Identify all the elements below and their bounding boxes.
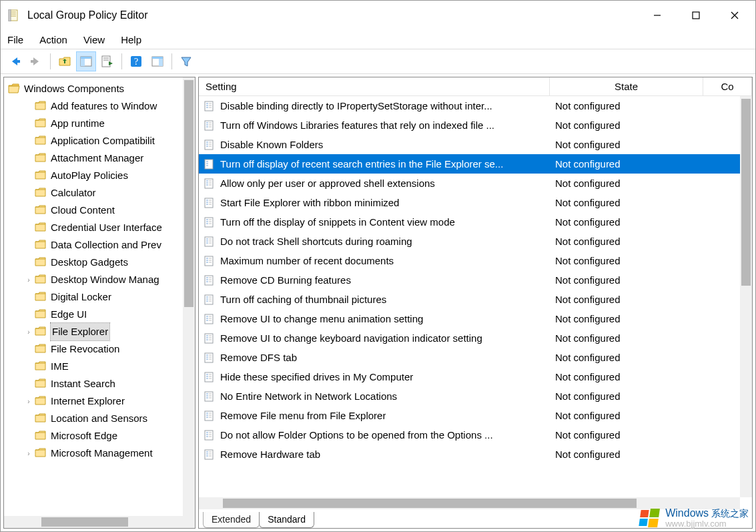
setting-row[interactable]: Disable Known FoldersNot configured xyxy=(199,135,752,154)
policy-icon xyxy=(204,256,215,266)
folder-icon xyxy=(35,309,47,320)
folder-icon xyxy=(35,136,47,146)
setting-name: Disable Known Folders xyxy=(220,139,323,150)
svg-rect-89 xyxy=(205,295,213,304)
setting-state: Not configured xyxy=(550,216,703,228)
menu-file[interactable]: File xyxy=(7,34,23,45)
minimize-button[interactable] xyxy=(638,2,677,29)
setting-row[interactable]: No Entire Network in Network LocationsNo… xyxy=(199,386,752,406)
maximize-button[interactable] xyxy=(677,2,715,29)
tree-node-label: Application Compatibilit xyxy=(51,132,155,150)
tree-node[interactable]: Calculator xyxy=(23,184,195,202)
setting-row[interactable]: Start File Explorer with ribbon minimize… xyxy=(199,193,752,212)
folder-icon xyxy=(35,396,47,407)
tree-node[interactable]: Add features to Window xyxy=(23,97,195,115)
setting-state: Not configured xyxy=(550,197,703,208)
column-comment[interactable]: Co xyxy=(703,77,752,95)
setting-row[interactable]: Allow only per user or approved shell ex… xyxy=(199,174,752,193)
tree-horizontal-scrollbar[interactable] xyxy=(4,516,195,528)
tree-node[interactable]: Desktop Gadgets xyxy=(23,254,195,271)
setting-row[interactable]: Remove DFS tabNot configured xyxy=(199,348,752,367)
tree-node[interactable]: IME xyxy=(23,358,195,375)
filter-button[interactable] xyxy=(176,51,196,71)
column-state[interactable]: State xyxy=(550,77,703,95)
tree-vertical-scrollbar[interactable] xyxy=(183,77,195,516)
policy-icon xyxy=(204,101,215,111)
tab-standard[interactable]: Standard xyxy=(259,512,314,528)
tree-node[interactable]: Application Compatibilit xyxy=(23,132,195,150)
tab-extended[interactable]: Extended xyxy=(203,512,260,528)
menu-help[interactable]: Help xyxy=(121,34,141,45)
folder-icon xyxy=(35,222,47,233)
setting-state: Not configured xyxy=(550,449,703,460)
tree-node[interactable]: Digital Locker xyxy=(23,288,195,306)
setting-row[interactable]: Maximum number of recent documentsNot co… xyxy=(199,251,752,270)
tree-node[interactable]: Cloud Content xyxy=(23,202,195,219)
export-list-button[interactable] xyxy=(97,51,117,71)
setting-row[interactable]: Do not track Shell shortcuts during roam… xyxy=(199,232,752,251)
svg-rect-75 xyxy=(205,256,213,266)
setting-state: Not configured xyxy=(550,294,703,305)
settings-list[interactable]: Disable binding directly to IPropertySet… xyxy=(199,96,752,509)
console-tree-pane: Windows Components Add features to Windo… xyxy=(3,77,196,529)
tree-node[interactable]: Attachment Manager xyxy=(23,150,195,167)
tree-node[interactable]: Location and Sensors xyxy=(23,410,195,427)
setting-name: Hide these specified drives in My Comput… xyxy=(220,371,413,382)
setting-row[interactable]: Turn off caching of thumbnail picturesNo… xyxy=(199,290,752,309)
setting-state: Not configured xyxy=(550,139,703,150)
tree-node[interactable]: Credential User Interface xyxy=(23,219,195,236)
setting-row[interactable]: Disable binding directly to IPropertySet… xyxy=(199,96,752,115)
setting-row[interactable]: Hide these specified drives in My Comput… xyxy=(199,367,752,386)
chevron-right-icon[interactable]: › xyxy=(23,396,35,407)
tree-node[interactable]: Microsoft Edge xyxy=(23,427,195,445)
setting-row[interactable]: Remove File menu from File ExplorerNot c… xyxy=(199,406,752,425)
folder-icon xyxy=(35,413,47,424)
setting-name: Do not allow Folder Options to be opened… xyxy=(220,429,493,441)
tree-node[interactable]: File Revocation xyxy=(23,340,195,358)
setting-state: Not configured xyxy=(550,313,703,324)
column-setting[interactable]: Setting xyxy=(199,77,550,95)
setting-row[interactable]: Remove CD Burning featuresNot configured xyxy=(199,270,752,290)
content-area: Windows Components Add features to Windo… xyxy=(1,74,755,531)
policy-icon xyxy=(204,333,215,344)
setting-row[interactable]: Do not allow Folder Options to be opened… xyxy=(199,425,752,445)
list-vertical-scrollbar[interactable] xyxy=(740,96,752,497)
forward-button[interactable] xyxy=(26,51,46,71)
svg-rect-131 xyxy=(205,411,213,421)
menu-view[interactable]: View xyxy=(83,34,105,45)
tree-node[interactable]: ›File Explorer xyxy=(23,323,195,340)
tree-node[interactable]: Data Collection and Prev xyxy=(23,236,195,254)
tree-node[interactable]: AutoPlay Policies xyxy=(23,167,195,184)
setting-row[interactable]: Turn off the display of snippets in Cont… xyxy=(199,212,752,232)
tree-node[interactable]: ›Microsoft Management xyxy=(23,445,195,462)
show-hide-action-pane-button[interactable] xyxy=(147,51,167,71)
svg-rect-43 xyxy=(205,160,213,169)
console-tree[interactable]: Windows Components Add features to Windo… xyxy=(4,77,195,516)
menubar: File Action View Help xyxy=(1,30,755,49)
help-button[interactable]: ? xyxy=(126,51,146,71)
chevron-right-icon[interactable]: › xyxy=(23,326,35,338)
setting-row[interactable]: Remove UI to change menu animation setti… xyxy=(199,309,752,328)
close-button[interactable] xyxy=(715,2,754,29)
svg-rect-22 xyxy=(205,101,213,111)
up-one-level-button[interactable] xyxy=(55,51,75,71)
tree-node[interactable]: ›Desktop Window Manag xyxy=(23,271,195,288)
tree-node-root[interactable]: Windows Components xyxy=(4,80,195,97)
policy-icon xyxy=(204,178,215,189)
folder-icon xyxy=(35,153,47,164)
chevron-right-icon[interactable]: › xyxy=(23,274,35,286)
setting-row[interactable]: Turn off display of recent search entrie… xyxy=(199,154,752,174)
chevron-right-icon[interactable]: › xyxy=(23,448,35,459)
tree-node[interactable]: Edge UI xyxy=(23,306,195,323)
setting-row[interactable]: Remove UI to change keyboard navigation … xyxy=(199,328,752,348)
setting-row[interactable]: Turn off Windows Libraries features that… xyxy=(199,115,752,135)
tree-node[interactable]: ›Internet Explorer xyxy=(23,392,195,410)
folder-icon xyxy=(35,205,47,216)
setting-row[interactable]: Remove Hardware tabNot configured xyxy=(199,445,752,464)
setting-state: Not configured xyxy=(550,371,703,382)
tree-node[interactable]: App runtime xyxy=(23,115,195,132)
menu-action[interactable]: Action xyxy=(39,34,67,45)
tree-node[interactable]: Instant Search xyxy=(23,375,195,392)
back-button[interactable] xyxy=(5,51,25,71)
show-hide-console-tree-button[interactable] xyxy=(76,51,96,71)
